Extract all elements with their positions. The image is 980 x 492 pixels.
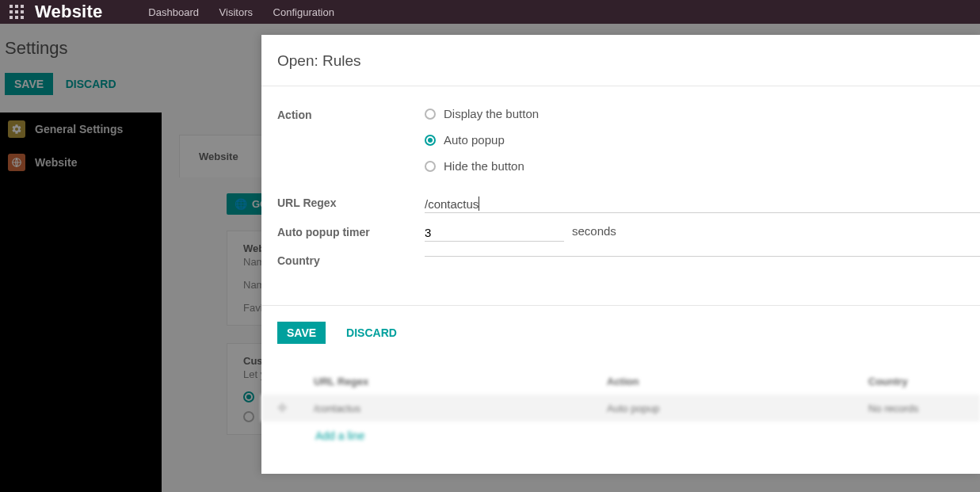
rules-modal: Open: Rules Action Display the button Au… — [261, 35, 980, 474]
rules-table-header: URL Regex Action Country — [261, 368, 980, 395]
timer-input[interactable] — [425, 224, 564, 242]
url-regex-input[interactable]: /contactus — [425, 195, 980, 213]
col-url-header: URL Regex — [314, 376, 599, 387]
svg-rect-5 — [21, 10, 24, 13]
radio-hide-button[interactable]: Hide the button — [425, 159, 539, 173]
topbar-menu: Dashboard Visitors Configuration — [148, 6, 352, 18]
row-timer: Auto popup timer seconds — [277, 224, 980, 242]
modal-discard-button[interactable]: DISCARD — [337, 322, 406, 344]
rules-table-row[interactable]: ✥ /contactus Auto popup No records — [261, 395, 980, 421]
modal-save-button[interactable]: SAVE — [277, 322, 326, 344]
svg-rect-1 — [15, 5, 18, 8]
svg-rect-4 — [15, 10, 18, 13]
col-country-header: Country — [868, 376, 966, 387]
radio-icon — [425, 135, 436, 146]
radio-label: Hide the button — [444, 159, 524, 173]
add-line-link[interactable]: Add a line — [315, 421, 980, 450]
svg-rect-2 — [21, 5, 24, 8]
svg-rect-7 — [15, 16, 18, 19]
rules-table: URL Regex Action Country ✥ /contactus Au… — [261, 360, 980, 474]
radio-label: Display the button — [444, 107, 539, 120]
menu-visitors[interactable]: Visitors — [219, 6, 253, 18]
topbar: Website Dashboard Visitors Configuration — [0, 0, 980, 24]
svg-rect-3 — [10, 10, 13, 13]
modal-body: Action Display the button Auto popup Hid… — [261, 86, 980, 306]
label-action: Action — [277, 107, 425, 121]
modal-title: Open: Rules — [261, 35, 980, 86]
modal-footer: SAVE DISCARD — [261, 306, 980, 360]
timer-unit: seconds — [572, 224, 616, 238]
row-country: Country — [277, 253, 980, 267]
radio-label: Auto popup — [444, 133, 505, 147]
svg-rect-0 — [10, 5, 13, 8]
row-url-regex: URL Regex /contactus — [277, 195, 980, 213]
app-brand[interactable]: Website — [35, 2, 102, 22]
radio-display-button[interactable]: Display the button — [425, 107, 539, 120]
menu-dashboard[interactable]: Dashboard — [148, 6, 199, 18]
svg-rect-8 — [21, 16, 24, 19]
cell-country: No records — [868, 402, 966, 414]
svg-rect-6 — [10, 16, 13, 19]
cell-url: /contactus — [314, 402, 599, 414]
cell-action: Auto popup — [607, 402, 860, 414]
radio-icon — [425, 161, 436, 172]
radio-auto-popup[interactable]: Auto popup — [425, 133, 539, 147]
label-timer: Auto popup timer — [277, 224, 425, 238]
col-action-header: Action — [607, 376, 860, 387]
radio-icon — [425, 109, 436, 120]
country-input[interactable] — [425, 253, 980, 257]
label-url-regex: URL Regex — [277, 195, 425, 209]
page: Settings SAVE DISCARD General Settings W… — [0, 24, 980, 492]
menu-configuration[interactable]: Configuration — [273, 6, 334, 18]
drag-handle-icon[interactable]: ✥ — [276, 401, 288, 415]
row-action: Action Display the button Auto popup Hid… — [277, 107, 980, 173]
text-caret — [479, 196, 479, 211]
action-radio-group: Display the button Auto popup Hide the b… — [425, 107, 539, 173]
url-regex-value: /contactus — [425, 197, 479, 211]
label-country: Country — [277, 253, 425, 267]
apps-icon[interactable] — [10, 5, 24, 19]
